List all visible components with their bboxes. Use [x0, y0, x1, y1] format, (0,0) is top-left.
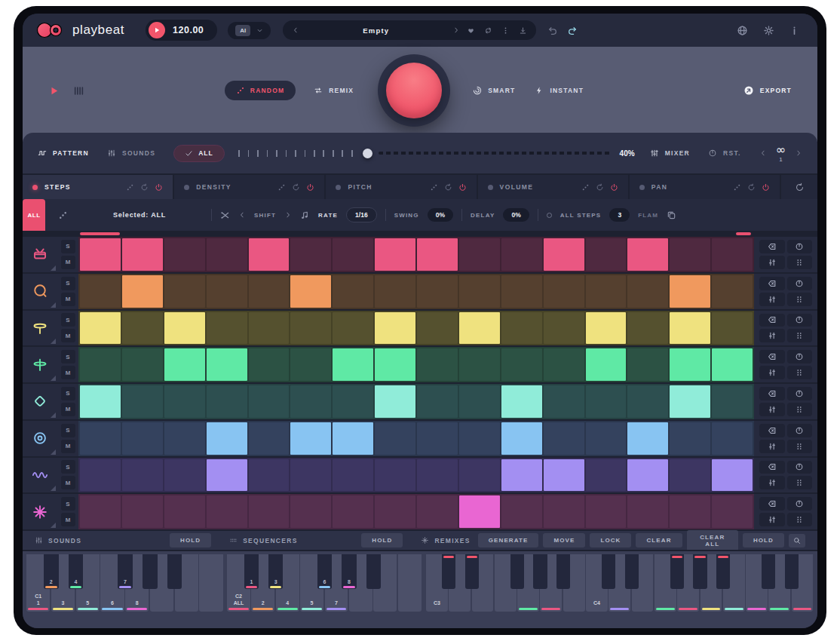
- step-6[interactable]: [290, 348, 331, 381]
- solo-button[interactable]: S: [61, 497, 75, 511]
- row-drag-handle[interactable]: [787, 513, 813, 526]
- row-sliders-button[interactable]: [759, 513, 785, 526]
- step-6[interactable]: [290, 459, 331, 492]
- all-tracks-selector[interactable]: ALL: [173, 145, 225, 162]
- row-drag-handle[interactable]: [787, 440, 813, 453]
- step-13[interactable]: [586, 495, 627, 528]
- solo-button[interactable]: S: [61, 313, 75, 327]
- move-button[interactable]: MOVE: [543, 533, 585, 547]
- black-key[interactable]: [625, 554, 639, 589]
- step-14[interactable]: [627, 459, 668, 492]
- step-7[interactable]: [333, 238, 373, 271]
- main-trigger-knob[interactable]: [378, 54, 450, 127]
- clear-row-button[interactable]: [759, 314, 785, 327]
- resize-corner[interactable]: [51, 265, 56, 271]
- step-11[interactable]: [501, 422, 542, 455]
- step-10[interactable]: [459, 238, 500, 271]
- step-4[interactable]: [207, 385, 247, 418]
- step-15[interactable]: [670, 312, 710, 345]
- step-4[interactable]: [207, 275, 247, 308]
- black-key[interactable]: [533, 554, 547, 589]
- step-9[interactable]: [417, 495, 458, 528]
- clear-row-button[interactable]: [759, 461, 785, 474]
- row-drag-handle[interactable]: [787, 403, 813, 416]
- swing-value[interactable]: 0%: [428, 208, 453, 222]
- step-7[interactable]: [333, 312, 373, 345]
- step-11[interactable]: [501, 385, 542, 418]
- step-12[interactable]: [544, 238, 584, 271]
- density-slider[interactable]: [238, 149, 611, 158]
- row-knob-button[interactable]: [787, 387, 813, 400]
- step-16[interactable]: [712, 495, 753, 528]
- step-3[interactable]: [164, 312, 205, 345]
- step-15[interactable]: [670, 275, 710, 308]
- power-icon[interactable]: [306, 183, 314, 192]
- step-2[interactable]: [122, 275, 163, 308]
- step-12[interactable]: [544, 312, 584, 345]
- step-6[interactable]: [290, 385, 331, 418]
- instant-button[interactable]: INSTANT: [535, 86, 584, 95]
- black-key[interactable]: [465, 554, 479, 589]
- step-5[interactable]: [249, 348, 290, 381]
- loop-prev-button[interactable]: [759, 149, 767, 157]
- step-14[interactable]: [627, 495, 668, 528]
- step-4[interactable]: [207, 422, 247, 455]
- step-2[interactable]: [122, 312, 163, 345]
- clear-row-button[interactable]: [759, 277, 785, 290]
- clear-all-button[interactable]: CLEAR ALL: [687, 530, 738, 551]
- step-12[interactable]: [544, 385, 584, 418]
- step-11[interactable]: [501, 275, 542, 308]
- step-8[interactable]: [375, 312, 415, 345]
- black-key[interactable]: [602, 554, 615, 589]
- repeat-icon[interactable]: [484, 26, 492, 35]
- search-button[interactable]: [789, 534, 805, 547]
- resize-corner[interactable]: [51, 413, 56, 418]
- generate-button[interactable]: GENERATE: [478, 533, 539, 547]
- step-5[interactable]: [249, 459, 290, 492]
- note-icon[interactable]: [300, 210, 310, 220]
- step-14[interactable]: [627, 275, 668, 308]
- tab-density[interactable]: DENSITY: [174, 175, 324, 199]
- black-key[interactable]: [366, 554, 381, 589]
- step-13[interactable]: [586, 275, 627, 308]
- settings-gear-icon[interactable]: [763, 25, 774, 36]
- row-knob-button[interactable]: [787, 350, 813, 363]
- mute-button[interactable]: M: [61, 366, 75, 379]
- step-8[interactable]: [375, 495, 415, 528]
- loop-length-control[interactable]: ∞ 1: [776, 144, 786, 162]
- copy-icon[interactable]: [667, 210, 676, 220]
- resize-corner[interactable]: [51, 302, 56, 308]
- web-icon[interactable]: [737, 25, 748, 36]
- step-2[interactable]: [122, 238, 163, 271]
- sounds-toggle[interactable]: SOUNDS: [107, 149, 155, 158]
- row-sliders-button[interactable]: [759, 476, 785, 489]
- black-key[interactable]: [442, 554, 455, 589]
- loop-next-button[interactable]: [795, 149, 802, 157]
- fx-icon[interactable]: [23, 494, 57, 529]
- step-5[interactable]: [249, 422, 290, 455]
- tab-steps[interactable]: STEPS: [23, 175, 173, 199]
- black-key-1[interactable]: 1: [244, 554, 259, 589]
- step-3[interactable]: [164, 275, 205, 308]
- step-7[interactable]: [333, 385, 373, 418]
- step-7[interactable]: [333, 348, 373, 381]
- step-13[interactable]: [586, 312, 627, 345]
- loop-icon[interactable]: [140, 183, 149, 192]
- step-1[interactable]: [80, 275, 121, 308]
- reset-button[interactable]: RST.: [708, 149, 741, 158]
- step-16[interactable]: [712, 348, 753, 381]
- info-icon[interactable]: [789, 26, 799, 35]
- solo-button[interactable]: S: [61, 240, 75, 253]
- row-sliders-button[interactable]: [759, 293, 785, 306]
- shaker-icon[interactable]: [23, 384, 57, 419]
- mute-button[interactable]: M: [61, 403, 75, 416]
- mute-button[interactable]: M: [61, 329, 75, 342]
- step-13[interactable]: [586, 238, 627, 271]
- row-knob-button[interactable]: [787, 497, 813, 511]
- slider-knob[interactable]: [363, 149, 372, 158]
- step-8[interactable]: [375, 348, 415, 381]
- black-key-8[interactable]: 8: [342, 554, 356, 589]
- black-key[interactable]: [510, 554, 524, 589]
- delay-value[interactable]: 0%: [503, 208, 529, 222]
- cycle-refresh-button[interactable]: [781, 175, 817, 199]
